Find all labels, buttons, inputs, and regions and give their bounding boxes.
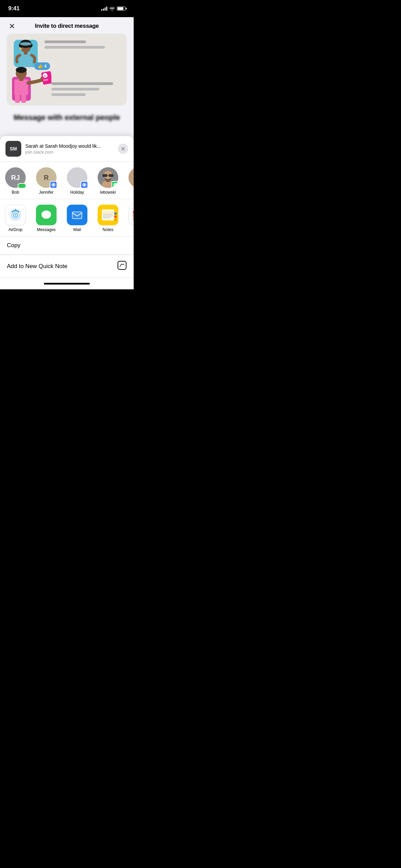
contact-avatar-ma <box>129 167 134 188</box>
holiday-signal-badge <box>81 181 88 189</box>
svg-rect-43 <box>72 212 82 219</box>
contact-avatar-holiday <box>67 167 87 188</box>
contact-holiday[interactable]: Holiday <box>62 167 93 195</box>
lebowski-whatsapp-badge <box>111 181 118 188</box>
svg-rect-20 <box>15 93 20 103</box>
app-messages[interactable]: Messages <box>31 205 62 232</box>
page-title: Invite to direct message <box>35 23 99 29</box>
svg-point-24 <box>52 184 54 186</box>
share-link-info: Sarah at Sarah Moodjoy would lik... join… <box>25 143 114 155</box>
header: Invite to direct message <box>0 17 134 34</box>
contact-name-holiday: Holiday <box>70 190 84 195</box>
app-container: Invite to direct message <box>0 17 134 289</box>
contact-jennifer[interactable]: R Jennifer <box>31 167 62 195</box>
mail-label: Mail <box>73 227 81 232</box>
svg-rect-21 <box>21 93 26 103</box>
apps-row: AirDrop Messages <box>0 199 134 237</box>
share-link-app-icon: SM <box>5 141 21 157</box>
svg-rect-46 <box>102 209 114 220</box>
share-close-button[interactable] <box>118 144 128 154</box>
svg-point-53 <box>114 219 117 221</box>
status-bar: 9:41 <box>0 0 134 17</box>
app-notes[interactable]: Notes <box>93 205 123 232</box>
contact-ma[interactable]: Ma <box>123 167 134 195</box>
wifi-icon <box>109 7 115 11</box>
contact-name-jennifer: Jennifer <box>39 190 54 195</box>
contact-avatar-bob: RJ <box>5 167 26 188</box>
notes-label: Notes <box>102 227 113 232</box>
airdrop-label: AirDrop <box>9 227 23 232</box>
svg-rect-8 <box>24 52 27 55</box>
text-lines-bottom <box>51 82 120 99</box>
woman-avatar-area: 👍 4 <box>14 40 38 67</box>
contact-name-bob: Bob <box>12 190 19 195</box>
man-area: A PDF <box>10 67 51 106</box>
quick-note-icon <box>117 261 127 272</box>
app-mail[interactable]: Mail <box>62 205 93 232</box>
share-link-title: Sarah at Sarah Moodjoy would lik... <box>25 143 111 149</box>
notes-icon <box>98 205 118 225</box>
svg-point-40 <box>15 214 16 216</box>
contact-lebowski[interactable]: lebowski <box>93 167 123 195</box>
contacts-row: RJ Bob R Jennifer <box>0 162 134 199</box>
status-time: 9:41 <box>8 5 20 12</box>
jennifer-signal-badge <box>50 181 57 189</box>
contact-bob[interactable]: RJ Bob <box>0 167 31 195</box>
svg-rect-32 <box>109 174 113 177</box>
airdrop-icon <box>5 205 26 225</box>
reminder-icon <box>129 205 134 225</box>
svg-point-26 <box>83 184 85 186</box>
woman-figure <box>14 40 38 67</box>
app-airdrop[interactable]: AirDrop <box>0 205 31 232</box>
share-sheet: SM Sarah at Sarah Moodjoy would lik... j… <box>0 136 134 289</box>
close-button[interactable] <box>7 21 17 31</box>
contact-name-lebowski: lebowski <box>100 190 116 195</box>
quick-note-menu-item[interactable]: Add to New Quick Note <box>0 255 134 278</box>
battery-icon <box>117 7 125 11</box>
man-figure: A PDF <box>10 67 51 104</box>
preview-section: 👍 4 <box>0 34 134 106</box>
bob-toggle <box>17 183 26 189</box>
copy-menu-item[interactable]: Copy <box>0 237 134 255</box>
home-bar <box>44 283 90 285</box>
home-indicator <box>0 278 134 289</box>
svg-rect-7 <box>20 53 32 67</box>
contact-avatar-lebowski <box>98 167 118 188</box>
preview-card: 👍 4 <box>7 34 127 106</box>
svg-rect-14 <box>19 78 23 81</box>
woman-avatar <box>14 40 38 67</box>
blurred-title: Message with external people <box>0 108 134 125</box>
svg-point-52 <box>114 216 117 218</box>
svg-rect-62 <box>118 261 126 269</box>
svg-point-6 <box>20 42 32 46</box>
text-lines-top <box>45 40 120 51</box>
mail-icon <box>67 205 87 225</box>
svg-point-51 <box>114 213 117 215</box>
svg-rect-31 <box>102 174 107 177</box>
svg-rect-16 <box>41 71 51 85</box>
app-reminders[interactable]: Re... <box>123 205 134 232</box>
contact-avatar-jennifer: R <box>36 167 57 188</box>
messages-icon <box>36 205 57 225</box>
signal-icon <box>101 7 107 11</box>
share-link-preview: SM Sarah at Sarah Moodjoy would lik... j… <box>0 136 134 162</box>
messages-label: Messages <box>37 227 56 232</box>
svg-point-12 <box>16 67 27 73</box>
status-icons <box>101 7 125 11</box>
svg-point-9 <box>20 48 22 50</box>
share-link-url: join.slack.com <box>25 149 114 155</box>
